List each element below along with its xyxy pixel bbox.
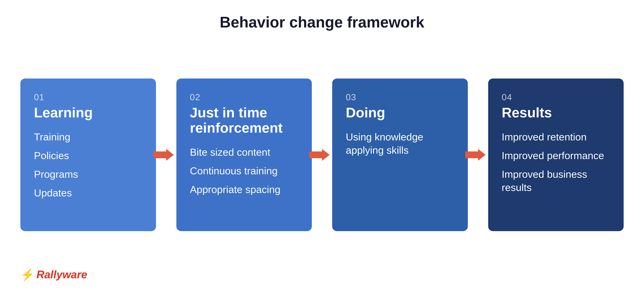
card-4-title: Results <box>502 105 610 120</box>
list-item: Improved business results <box>502 168 610 194</box>
framework-container: 01 Learning Training Policies Programs U… <box>20 51 624 258</box>
card-1-title: Learning <box>34 105 142 120</box>
list-item: Continuous training <box>190 164 298 178</box>
list-item: Improved retention <box>502 130 610 144</box>
card-3-title: Doing <box>346 105 454 120</box>
svg-marker-1 <box>309 149 330 161</box>
card-1-number: 01 <box>34 92 142 102</box>
footer: ⚡ Rallyware <box>20 268 624 281</box>
list-item: Updates <box>34 186 142 200</box>
list-item: Programs <box>34 168 142 181</box>
rallyware-icon: ⚡ <box>20 269 35 280</box>
svg-marker-2 <box>465 149 486 161</box>
card-results: 04 Results Improved retention Improved p… <box>488 78 624 231</box>
arrow-2-icon <box>309 148 330 162</box>
page-title: Behavior change framework <box>220 13 424 31</box>
svg-marker-0 <box>154 149 174 161</box>
card-4-items: Improved retention Improved performance … <box>502 130 610 194</box>
list-item: Policies <box>34 149 142 162</box>
card-reinforcement: 02 Just in time reinforcement Bite sized… <box>176 78 312 231</box>
arrow-1-icon <box>154 148 174 162</box>
card-learning: 01 Learning Training Policies Programs U… <box>20 78 156 231</box>
card-2-title: Just in time reinforcement <box>190 105 298 135</box>
arrow-3-icon <box>465 148 486 162</box>
card-4-number: 04 <box>502 92 610 102</box>
rallyware-name: Rallyware <box>36 268 87 281</box>
card-3-items: Using knowledge applying skills <box>346 130 454 157</box>
card-1-items: Training Policies Programs Updates <box>34 130 142 200</box>
card-2-number: 02 <box>190 92 298 102</box>
card-doing: 03 Doing Using knowledge applying skills <box>332 78 468 231</box>
card-2-items: Bite sized content Continuous training A… <box>190 146 298 196</box>
card-3-number: 03 <box>346 92 454 102</box>
rallyware-logo: ⚡ Rallyware <box>20 268 87 281</box>
list-item: Bite sized content <box>190 146 298 159</box>
list-item: Training <box>34 130 142 144</box>
list-item: Using knowledge applying skills <box>346 130 454 157</box>
list-item: Appropriate spacing <box>190 183 298 196</box>
list-item: Improved performance <box>502 149 610 162</box>
